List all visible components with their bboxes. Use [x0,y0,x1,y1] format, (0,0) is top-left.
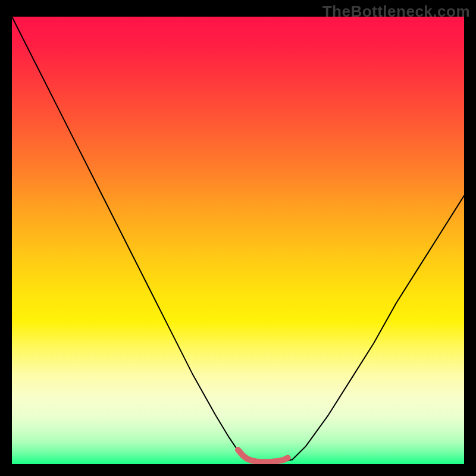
plot-area [12,17,464,464]
bottleneck-curve [12,17,464,462]
watermark-text: TheBottleneck.com [322,2,470,21]
optimal-range-marker [238,450,288,462]
curve-layer [12,17,464,464]
chart-frame: TheBottleneck.com [0,0,476,476]
